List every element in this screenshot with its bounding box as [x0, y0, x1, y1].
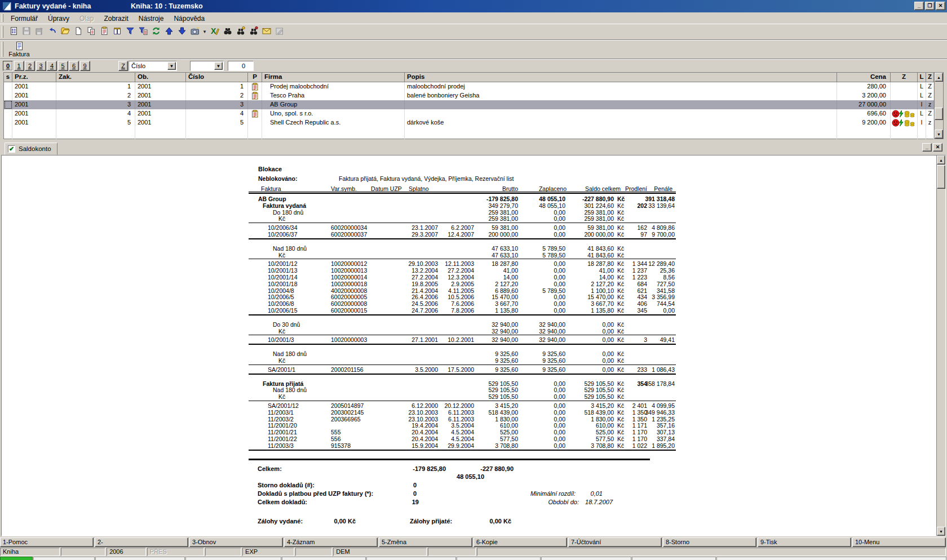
report-scrollbar-thumb[interactable]	[937, 165, 945, 189]
filter-icon[interactable]	[123, 25, 136, 38]
report-cell-varsymb: 40020000008	[331, 287, 367, 294]
edit-disabled-icon[interactable]	[273, 25, 286, 38]
status-přes: PŘES	[147, 548, 205, 556]
menu-item-zobrazit[interactable]: Zobrazit	[99, 12, 133, 24]
menu-item-úpravy[interactable]: Úpravy	[43, 12, 74, 24]
save-copy-icon[interactable]	[33, 25, 46, 38]
fkey-6-kopie[interactable]: 6-Kopie	[474, 537, 567, 547]
cell-z2: Z	[926, 109, 934, 118]
close-button[interactable]: ✕	[936, 2, 945, 10]
book-info: Kniha: 10 : Tuzemsko	[131, 2, 203, 10]
cell-zi	[891, 100, 918, 109]
filter-document-icon[interactable]	[136, 25, 149, 38]
menu-item-formulář[interactable]: Formulář	[6, 12, 43, 24]
copy-icon[interactable]	[85, 25, 98, 38]
open-folder-icon[interactable]	[59, 25, 72, 38]
arrow-down-icon[interactable]	[175, 25, 188, 38]
chevron-down-icon[interactable]: ▼	[167, 62, 176, 70]
menu-item-nástroje[interactable]: Nástroje	[134, 12, 169, 24]
field-type-combo[interactable]: Číslo ▼	[129, 61, 177, 71]
report-cell-varsymb: 10020000014	[331, 274, 367, 281]
refresh-icon[interactable]	[149, 25, 162, 38]
digit-button-3[interactable]: 3	[36, 61, 46, 71]
notebook-icon[interactable]	[110, 25, 123, 38]
cell-s	[4, 100, 12, 109]
undo-icon[interactable]	[46, 25, 59, 38]
saldokonto-checkbox[interactable]: ✔	[8, 145, 15, 153]
strip-active-cell	[0, 557, 33, 560]
report-scrollbar[interactable]: ▲ ▼	[936, 155, 945, 536]
new-document-icon[interactable]	[72, 25, 85, 38]
report-cell-datum-uzp: 3.5.2000	[390, 366, 438, 373]
fkey-8-storno[interactable]: 8-Storno	[663, 537, 756, 547]
grid-header-row: sPr.z.Zak.Ob.ČísloPFirmaPopisCenaZLZ	[4, 73, 943, 82]
fkey-2-[interactable]: 2-	[95, 537, 188, 547]
mail-icon[interactable]	[260, 25, 273, 38]
empty-combo[interactable]: ▼	[190, 61, 224, 71]
find-icon[interactable]	[221, 25, 234, 38]
find-tagged-icon[interactable]	[247, 25, 260, 38]
grid-scrollbar[interactable]: ▲ ▼	[934, 73, 943, 139]
excel-export-icon[interactable]: X	[208, 25, 221, 38]
fkey-4-z-znam[interactable]: 4-Záznam	[284, 537, 378, 547]
grid-scrollbar-thumb[interactable]	[935, 108, 943, 120]
save-icon[interactable]	[20, 25, 33, 38]
invoice-row[interactable]: 2001320013AB Group27 000,00lz	[4, 100, 943, 109]
count-input[interactable]: 0	[228, 61, 254, 71]
invoice-row[interactable]: 2001220012Tesco Prahabalené bonboniery G…	[4, 91, 943, 100]
digit-button-0[interactable]: 0	[3, 61, 13, 71]
camera-dropdown-icon[interactable]: ▾	[201, 25, 208, 38]
report-cell-faktura: SA/2001/12	[268, 402, 299, 409]
digit-button-1[interactable]: 1	[14, 61, 24, 71]
cell-empty	[4, 127, 12, 139]
report-cell-brutto: 32 940,00	[464, 336, 518, 343]
fkey-1-pomoc[interactable]: 1-Pomoc	[0, 537, 94, 547]
report-cell-saldo: 0,00	[565, 328, 614, 335]
find-next-icon[interactable]	[234, 25, 247, 38]
report-cell-datum-uzp: 20.4.2004	[390, 429, 438, 435]
digit-button-5[interactable]: 5	[58, 61, 68, 71]
minimize-button[interactable]: _	[914, 2, 924, 10]
tab-saldokonto[interactable]: ✔ Saldokonto	[5, 143, 57, 155]
digit-button-2[interactable]: 2	[25, 61, 35, 71]
panel-close-button[interactable]: ✕	[933, 143, 942, 152]
form-tree-icon[interactable]	[7, 25, 20, 38]
fkey-7-tov-n-[interactable]: 7-Účtování	[568, 537, 662, 547]
arrow-up-icon[interactable]	[162, 25, 175, 38]
digit-button-6[interactable]: 6	[69, 61, 79, 71]
report-rule-thin	[249, 259, 676, 259]
restore-button[interactable]: ❐	[925, 2, 935, 10]
report-cell-faktura: 11/2001/20	[268, 422, 297, 429]
scroll-up-icon[interactable]: ▲	[937, 155, 945, 165]
scroll-up-icon[interactable]: ▲	[935, 73, 943, 82]
scroll-down-icon[interactable]: ▼	[937, 527, 945, 536]
z-filter-button[interactable]: Z	[118, 61, 128, 71]
fkey-9-tisk[interactable]: 9-Tisk	[758, 537, 851, 547]
digit-button-9[interactable]: 9	[80, 61, 90, 71]
cell-s	[4, 82, 12, 91]
cell-s	[4, 118, 12, 127]
report-cell-faktura: 10/2006/37	[268, 231, 298, 238]
cell-zi	[891, 109, 918, 118]
app-window: { "colors": { "titlebar": "#0a246a", "se…	[0, 0, 947, 560]
cell-prz: 2001	[12, 118, 56, 127]
fkey-3-obnov[interactable]: 3-Obnov	[189, 537, 283, 547]
report-cell-brutto: 59 381,00	[464, 224, 518, 231]
menu-item-nápověda[interactable]: Nápověda	[169, 12, 210, 24]
digit-button-4[interactable]: 4	[47, 61, 57, 71]
invoice-row[interactable]: 2001120011Prodej maloobchodnímaloobchodn…	[4, 82, 943, 91]
scroll-down-icon[interactable]: ▼	[935, 130, 943, 139]
chevron-down-icon[interactable]: ▼	[214, 62, 223, 70]
invoice-row[interactable]: 2001420014Uno, spol. s r.o.696,60LZ	[4, 109, 943, 118]
invoice-row[interactable]: 2001520015Shell Czech Republic a.s.dárko…	[4, 118, 943, 127]
fkey-10-menu[interactable]: 10-Menu	[852, 537, 946, 547]
panel-minimize-button[interactable]: _	[922, 143, 932, 152]
camera-icon[interactable]	[188, 25, 201, 38]
report-cell-brutto: 41,00	[464, 267, 518, 274]
report-cell-faktura: Faktura přijatá	[263, 380, 303, 387]
report-cell-brutto: 3 708,80	[464, 442, 518, 449]
fkey-5-zm-na[interactable]: 5-Změna	[379, 537, 472, 547]
faktura-button[interactable]: Faktura	[6, 41, 33, 59]
paste-icon[interactable]	[98, 25, 110, 38]
report-cell-zaplaceno: 0,00	[521, 422, 565, 429]
